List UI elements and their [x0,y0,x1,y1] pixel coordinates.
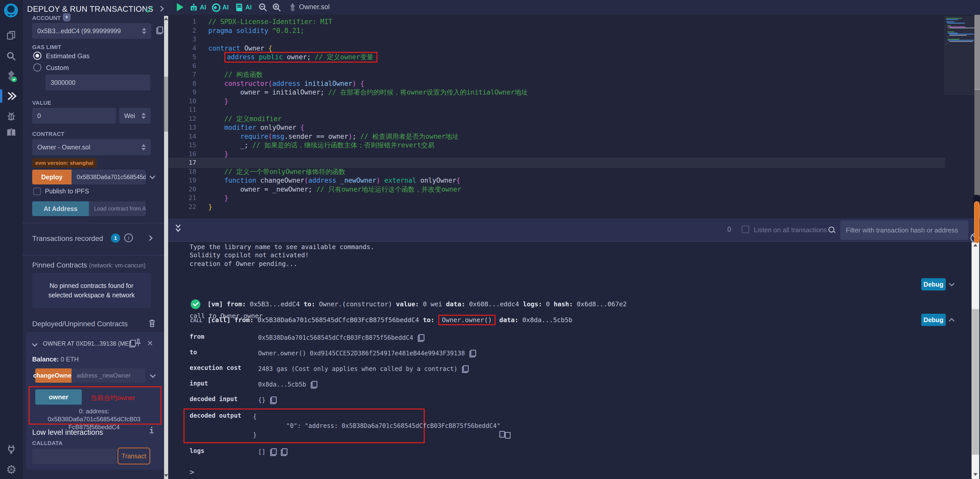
code-line-15[interactable]: 15 _; // 如果是的话，继续运行函数主体；否则报错并revert交易 [168,141,945,150]
contract-select[interactable]: Owner - Owner.sol [32,139,151,155]
copy-icon[interactable] [469,350,476,357]
calldata-input[interactable] [32,449,116,464]
terminal-scroll-up-arrow[interactable] [974,244,977,247]
code-line-8[interactable]: 8 constructor(address initialOwner) { [168,79,945,88]
code-line-4[interactable]: 4contract Owner { [168,44,945,53]
close-contract-icon[interactable]: × [147,338,153,349]
learneth-icon[interactable] [5,126,18,140]
call-transaction-row[interactable]: [call] from: 0x5B38Da6a701c568545dCfcB03… [207,316,573,324]
code-line-16[interactable]: 16 } [168,150,945,159]
settings-gear-icon[interactable]: ⚙ [5,463,18,476]
transactions-info-icon[interactable]: i [124,234,133,242]
code-line-22[interactable]: 22} [168,202,945,212]
value-unit-select[interactable]: Wei [119,108,151,124]
code-editor[interactable]: 1// SPDX-License-Identifier: MIT2pragma … [168,15,945,218]
tx-success-check-icon [191,299,200,309]
owner-call-button[interactable]: owner [35,389,82,405]
expand-terminal-double-chevron-icon[interactable] [174,223,183,235]
collapse-panel-chevron[interactable] [158,6,164,12]
code-line-17[interactable]: 17 [168,158,945,167]
copy-icon[interactable] [462,365,469,373]
code-line-20[interactable]: 20 owner = _newOwner; // 只有owner地址运行这个函数… [168,185,945,194]
line-number: 8 [176,79,196,88]
terminal-line: Solidity copilot not activated! [189,251,309,259]
listen-all-checkbox[interactable] [741,226,749,233]
debug-button[interactable]: Debug [921,314,946,326]
estimated-gas-radio[interactable] [33,52,41,60]
copy-icon[interactable] [270,448,277,456]
deploy-expand-chevron[interactable] [150,173,155,179]
plugin-manager-icon[interactable] [5,442,18,456]
search-icon[interactable] [5,49,18,63]
detail-value: 0x8da...5cb5b [258,380,306,389]
run-script-icon[interactable] [177,3,183,11]
divider [22,255,168,255]
code-line-9[interactable]: 9 owner = initialOwner; // 在部署合约的时候，将own… [168,88,945,97]
minimap-line [948,42,948,43]
code-line-14[interactable]: 14 require(msg.sender == owner); // 检查调用… [168,132,945,141]
code-line-13[interactable]: 13 modifier onlyOwner { [168,123,945,132]
remix-logo-icon[interactable] [3,3,18,18]
code-line-11[interactable]: 11 [168,105,945,115]
code-line-7[interactable]: 7 // 构造函数 [168,70,945,79]
transact-button[interactable]: Transact [118,447,150,465]
panel-scroll-up-arrow[interactable] [164,18,168,20]
debug-button[interactable]: Debug [921,278,946,290]
tab-owner-sol[interactable]: Owner.sol [299,3,330,11]
at-address-input[interactable]: Load contract from Address [89,201,146,216]
editor-scroll-highlight-handle[interactable] [974,201,980,243]
change-owner-button[interactable]: changeOwner [35,368,72,383]
code-line-18[interactable]: 18 // 定义一个带onlyOwner修饰符的函数 [168,167,945,176]
minimap[interactable] [944,16,974,95]
trash-icon[interactable] [148,319,156,329]
terminal-prompt[interactable]: > [189,468,194,476]
deploy-and-run-icon[interactable] [5,89,18,103]
gas-limit-input[interactable]: 3000000 [46,75,150,91]
solidity-compiler-icon[interactable] [5,70,18,83]
editor-scrollbar-thumb[interactable] [974,15,980,90]
annotation-box-owner-call: Owner.owner() [438,315,495,325]
account-plus-shield-icon[interactable]: + [63,13,70,21]
detail-label: logs [189,447,258,455]
code-token: initialOwner [300,80,352,88]
ai-copilot-robot-icon[interactable] [189,3,199,14]
code-line-12[interactable]: 12 // 定义modifier [168,115,945,123]
publish-ipfs-checkbox[interactable] [33,188,41,195]
code-line-19[interactable]: 19 function changeOwner(address _newOwne… [168,176,945,185]
code-line-10[interactable]: 10 } [168,97,945,106]
at-address-button[interactable]: At Address [32,201,89,216]
ai-docs-book-icon[interactable] [234,2,244,14]
code-line-1[interactable]: 1// SPDX-License-Identifier: MIT [168,18,945,26]
code-line-6[interactable]: 6 [168,62,945,70]
debugger-icon[interactable] [5,109,18,123]
copy-icon[interactable] [311,381,317,388]
change-owner-input[interactable]: address _newOwner [72,368,145,383]
zoom-out-icon[interactable] [258,3,268,13]
panel-scrollbar-thumb[interactable] [164,76,168,132]
code-line-3[interactable]: 3 [168,35,945,44]
file-explorer-icon[interactable] [5,29,18,42]
terminal-scrollbar-thumb[interactable] [972,309,979,455]
code-line-2[interactable]: 2pragma solidity ^0.8.21; [168,26,945,35]
copy-icon[interactable] [270,396,277,404]
terminal-scroll-down-arrow[interactable] [974,473,977,476]
vm-transaction-row[interactable]: [vm] from: 0x5B3...eddC4 to: Owner.(cons… [207,301,627,308]
copy-icon[interactable] [281,448,288,456]
copy-icon[interactable] [418,334,425,342]
pin-icon[interactable] [134,338,142,348]
filter-transactions-input[interactable]: Filter with transaction hash or address [840,220,969,240]
code-line-21[interactable]: 21 } [168,194,945,202]
low-level-info-icon[interactable]: i [149,426,154,435]
value-input[interactable]: 0 [32,108,116,124]
code-line-5[interactable]: 5 address public owner; // 定义owner变量 [168,53,945,62]
transactions-expand-chevron[interactable] [147,235,153,241]
zoom-in-icon[interactable] [272,3,282,13]
account-select[interactable]: 0x5B3...eddC4 (99.99999999 [32,23,151,39]
deploy-button[interactable]: Deploy [32,170,72,185]
copy-account-icon[interactable] [156,27,163,34]
code-token: constructor( [224,80,272,88]
panel-scroll-down-arrow[interactable] [164,474,168,477]
custom-gas-radio[interactable] [33,64,41,72]
ai-vision-eye-icon[interactable] [211,3,221,14]
deploy-params-input[interactable]: 0x5B38Da6a701c568545dCfcB0 [72,170,146,185]
